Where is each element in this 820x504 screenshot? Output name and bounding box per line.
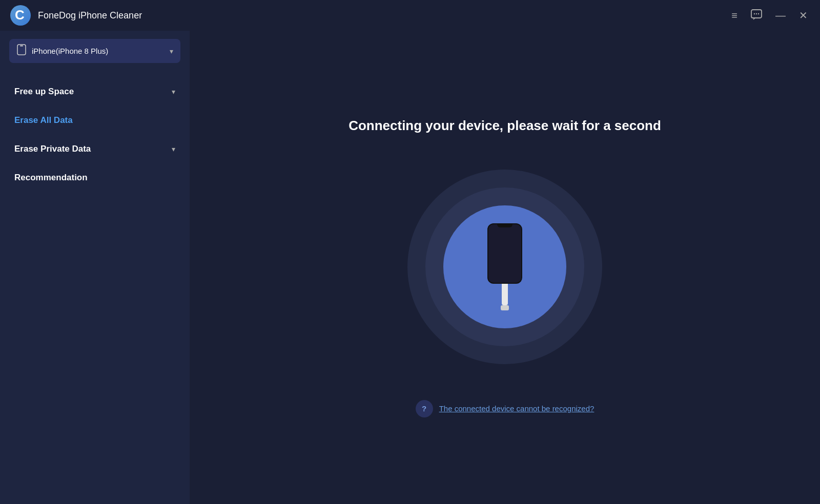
nav-item-free-up-space[interactable]: Free up Space ▾ bbox=[0, 77, 190, 106]
chat-button[interactable] bbox=[749, 7, 764, 24]
svg-point-4 bbox=[756, 13, 757, 14]
title-bar-right: ≡ — ✕ bbox=[729, 7, 810, 24]
menu-button[interactable]: ≡ bbox=[729, 8, 740, 23]
usb-cable-head bbox=[501, 305, 509, 310]
device-selector[interactable]: iPhone(iPhone 8 Plus) ▾ bbox=[9, 39, 180, 63]
phone-icon bbox=[16, 44, 27, 58]
nav-item-recommendation[interactable]: Recommendation bbox=[0, 163, 190, 192]
nav-item-erase-all-data[interactable]: Erase All Data bbox=[0, 106, 190, 135]
question-mark-icon: ? bbox=[422, 404, 426, 413]
svg-rect-7 bbox=[20, 46, 23, 47]
app-title: FoneDog iPhone Cleaner bbox=[38, 10, 142, 21]
phone-screen bbox=[488, 224, 521, 283]
sidebar-nav: Free up Space ▾ Erase All Data Erase Pri… bbox=[0, 73, 190, 196]
nav-item-erase-private-data[interactable]: Erase Private Data ▾ bbox=[0, 135, 190, 163]
help-icon-circle: ? bbox=[416, 400, 433, 417]
content-area: Connecting your device, please wait for … bbox=[190, 31, 820, 504]
phone-graphic bbox=[487, 223, 522, 310]
nav-item-label: Erase Private Data bbox=[14, 144, 91, 154]
title-bar: C FoneDog iPhone Cleaner ≡ — ✕ bbox=[0, 0, 820, 31]
help-row: ? The connected device cannot be recogni… bbox=[416, 400, 594, 417]
close-button[interactable]: ✕ bbox=[797, 8, 810, 23]
chevron-icon: ▾ bbox=[172, 88, 175, 96]
help-link[interactable]: The connected device cannot be recognize… bbox=[439, 404, 594, 413]
phone-body bbox=[487, 223, 522, 284]
main-layout: iPhone(iPhone 8 Plus) ▾ Free up Space ▾ … bbox=[0, 31, 820, 504]
nav-item-label: Erase All Data bbox=[14, 115, 73, 125]
sidebar: iPhone(iPhone 8 Plus) ▾ Free up Space ▾ … bbox=[0, 31, 190, 504]
svg-point-5 bbox=[758, 13, 759, 14]
nav-item-label: Recommendation bbox=[14, 173, 88, 183]
chevron-icon: ▾ bbox=[172, 145, 175, 153]
phone-animation bbox=[407, 170, 602, 364]
connecting-title: Connecting your device, please wait for … bbox=[348, 118, 661, 134]
device-name: iPhone(iPhone 8 Plus) bbox=[32, 47, 165, 55]
nav-item-label: Free up Space bbox=[14, 87, 74, 97]
app-logo-icon: C bbox=[10, 5, 31, 26]
chevron-down-icon: ▾ bbox=[170, 47, 173, 55]
minimize-button[interactable]: — bbox=[773, 8, 788, 23]
svg-point-3 bbox=[754, 13, 755, 14]
svg-text:C: C bbox=[15, 7, 25, 23]
title-bar-left: C FoneDog iPhone Cleaner bbox=[10, 5, 142, 26]
phone-notch bbox=[497, 223, 512, 227]
usb-cable bbox=[502, 284, 508, 305]
